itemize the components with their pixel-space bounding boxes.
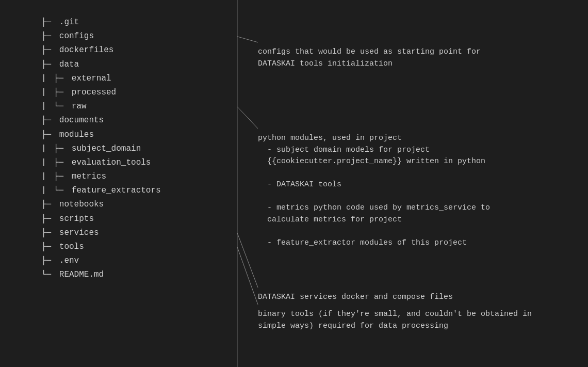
tree-connector: ├─: [54, 142, 63, 156]
tree-item-dockerfiles: ├─ dockerfiles: [41, 43, 237, 57]
tree-item-scripts: ├─ scripts: [41, 212, 237, 226]
tree-connector: ├─: [54, 170, 63, 184]
tree-connector: ├─: [41, 15, 51, 29]
tree-label: evaluation_tools: [67, 156, 151, 170]
tree-item-raw: | └─ raw: [41, 100, 237, 114]
tree-connector: ├─: [41, 58, 51, 72]
annotation-raw: python modules, used in project - subjec…: [258, 133, 490, 249]
tree-item-evaluation_tools: | ├─ evaluation_tools: [41, 156, 237, 170]
indent-bar: |: [41, 156, 54, 170]
tree-connector: ├─: [54, 72, 63, 86]
tree-label: documents: [54, 114, 104, 127]
tree-connector: └─: [54, 184, 63, 198]
tree-connector: ├─: [41, 212, 51, 226]
tree-connector: ├─: [41, 43, 51, 57]
tree-label: modules: [54, 128, 94, 142]
tree-label: notebooks: [54, 198, 104, 212]
annotation-text-raw: python modules, used in project - subjec…: [258, 133, 490, 249]
tree-connector: ├─: [41, 114, 51, 127]
annotation-tools: binary tools (if they're small, and coul…: [258, 309, 532, 332]
tree-item-processed: | ├─ processed: [41, 86, 237, 100]
annotation-text-services: DATASKAI services docker and compose fil…: [258, 292, 453, 304]
annotation-text-configs: configs that would be used as starting p…: [258, 46, 481, 70]
tree-connector: ├─: [54, 86, 63, 100]
tree-label: processed: [67, 86, 116, 100]
tree-label: scripts: [54, 212, 94, 226]
tree-label: raw: [67, 100, 86, 114]
tree-item-notebooks: ├─ notebooks: [41, 198, 237, 212]
tree-label: data: [54, 58, 79, 72]
tree-item-data: ├─ data: [41, 58, 237, 72]
tree-connector: └─: [41, 268, 51, 282]
annotation-services: DATASKAI services docker and compose fil…: [258, 292, 453, 304]
tree-connector: ├─: [54, 156, 63, 170]
tree-item-env: ├─ .env: [41, 254, 237, 268]
annotations-panel: configs that would be used as starting p…: [237, 10, 588, 357]
tree-item-metrics: | ├─ metrics: [41, 170, 237, 184]
tree-connector: ├─: [41, 240, 51, 254]
tree-item-services: ├─ services: [41, 226, 237, 240]
tree-connector: ├─: [41, 254, 51, 268]
tree-item-subject_domain: | ├─ subject_domain: [41, 142, 237, 156]
indent-bar: |: [41, 100, 54, 114]
tree-label: feature_extractors: [67, 184, 160, 198]
tree-item-readme: └─ README.md: [41, 268, 237, 282]
tree-connector: ├─: [41, 128, 51, 142]
indent-bar: |: [41, 86, 54, 100]
indent-bar: |: [41, 184, 54, 198]
indent-bar: |: [41, 170, 54, 184]
tree-label: tools: [54, 240, 84, 254]
tree-connector: ├─: [41, 198, 51, 212]
tree-label: metrics: [67, 170, 106, 184]
tree-item-documents: ├─ documents: [41, 114, 237, 127]
indent-bar: |: [41, 72, 54, 86]
tree-label: subject_domain: [67, 142, 141, 156]
annotation-text-tools: binary tools (if they're small, and coul…: [258, 309, 532, 332]
tree-label: external: [67, 72, 111, 86]
tree-label: README.md: [54, 268, 104, 282]
tree-label: dockerfiles: [54, 43, 113, 57]
tree-label: .env: [54, 254, 79, 268]
tree-connector: └─: [54, 100, 63, 114]
tree-item-configs: ├─ configs: [41, 29, 237, 43]
annotation-configs: configs that would be used as starting p…: [258, 46, 481, 70]
tree-label: configs: [54, 29, 94, 43]
tree-item-external: | ├─ external: [41, 72, 237, 86]
tree-label: services: [54, 226, 99, 240]
tree-connector: ├─: [41, 29, 51, 43]
tree-item-tools: ├─ tools: [41, 240, 237, 254]
tree-label: .git: [54, 15, 79, 29]
tree-item-feature_extractors: | └─ feature_extractors: [41, 184, 237, 198]
indent-bar: |: [41, 142, 54, 156]
tree-panel: ├─ .git├─ configs├─ dockerfiles├─ data| …: [0, 10, 237, 357]
tree-item-modules: ├─ modules: [41, 128, 237, 142]
tree-item-git: ├─ .git: [41, 15, 237, 29]
main-container: ├─ .git├─ configs├─ dockerfiles├─ data| …: [0, 0, 588, 367]
tree-connector: ├─: [41, 226, 51, 240]
